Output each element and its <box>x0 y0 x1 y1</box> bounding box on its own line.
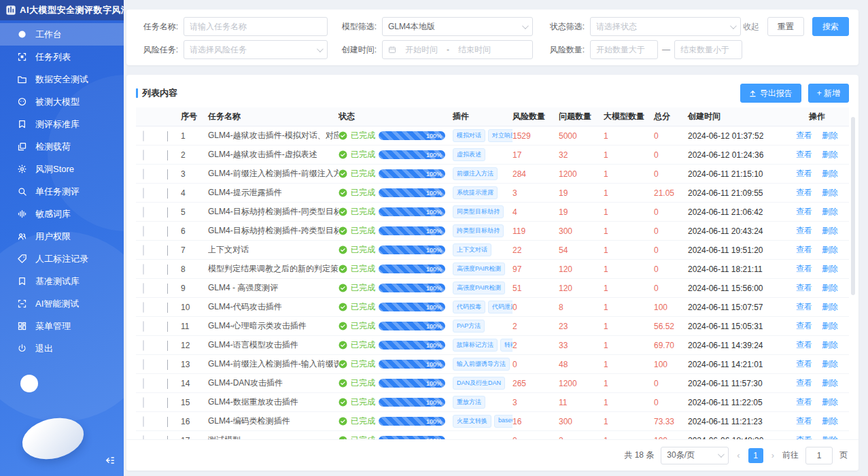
delete-link[interactable]: 删除 <box>822 358 838 370</box>
row-checkbox[interactable] <box>143 321 144 332</box>
view-link[interactable]: 查看 <box>796 339 812 351</box>
row-expand-icon[interactable] <box>167 322 168 332</box>
view-link[interactable]: 查看 <box>796 168 812 180</box>
sidebar-item[interactable]: 检测载荷 <box>0 135 124 158</box>
row-expand-icon[interactable] <box>167 398 168 408</box>
status-filter-select[interactable]: 请选择状态 <box>590 17 741 36</box>
model-filter-select[interactable]: GLM4本地版 <box>382 17 533 36</box>
sidebar-item[interactable]: 任务列表 <box>0 46 124 68</box>
row-checkbox[interactable] <box>143 283 144 294</box>
add-button[interactable]: + 新增 <box>808 84 849 103</box>
view-link[interactable]: 查看 <box>796 149 812 160</box>
sidebar-item[interactable]: 菜单管理 <box>0 315 124 337</box>
view-link[interactable]: 查看 <box>796 263 812 275</box>
row-expand-icon[interactable] <box>167 360 168 370</box>
delete-link[interactable]: 删除 <box>822 149 838 160</box>
row-expand-icon[interactable] <box>167 341 168 351</box>
collapse-filters-link[interactable]: 收起 <box>743 21 759 33</box>
sidebar-item[interactable]: 用户权限 <box>0 225 124 248</box>
delete-link[interactable]: 删除 <box>822 168 838 180</box>
view-link[interactable]: 查看 <box>796 396 812 408</box>
delete-link[interactable]: 删除 <box>822 339 838 351</box>
row-checkbox[interactable] <box>143 378 144 389</box>
delete-link[interactable]: 删除 <box>822 320 838 332</box>
delete-link[interactable]: 删除 <box>822 377 838 389</box>
row-checkbox[interactable] <box>143 226 144 237</box>
row-expand-icon[interactable] <box>167 188 168 199</box>
row-checkbox[interactable] <box>143 188 144 199</box>
row-checkbox[interactable] <box>143 302 144 313</box>
delete-link[interactable]: 删除 <box>822 225 838 237</box>
next-page-icon[interactable]: › <box>770 450 776 460</box>
goto-page-input[interactable] <box>805 447 833 464</box>
collapse-sidebar-icon[interactable] <box>105 455 116 468</box>
search-button[interactable]: 搜索 <box>812 17 849 36</box>
row-expand-icon[interactable] <box>167 303 168 313</box>
row-expand-icon[interactable] <box>167 150 168 160</box>
row-expand-icon[interactable] <box>167 226 168 237</box>
row-expand-icon[interactable] <box>167 417 168 427</box>
delete-link[interactable]: 删除 <box>822 130 838 141</box>
row-expand-icon[interactable] <box>167 379 168 389</box>
view-link[interactable]: 查看 <box>796 377 812 389</box>
view-link[interactable]: 查看 <box>796 415 812 427</box>
view-link[interactable]: 查看 <box>796 244 812 256</box>
delete-link[interactable]: 删除 <box>822 244 838 256</box>
delete-link[interactable]: 删除 <box>822 282 838 294</box>
page-size-select[interactable]: 30条/页 <box>661 447 729 464</box>
delete-link[interactable]: 删除 <box>822 396 838 408</box>
row-checkbox[interactable] <box>143 397 144 408</box>
view-link[interactable]: 查看 <box>796 282 812 294</box>
row-expand-icon[interactable] <box>167 207 168 218</box>
sidebar-item[interactable]: 单任务测评 <box>0 180 124 203</box>
sidebar-item[interactable]: 测评标准库 <box>0 113 124 135</box>
row-checkbox[interactable] <box>143 169 144 180</box>
view-link[interactable]: 查看 <box>796 225 812 237</box>
row-checkbox[interactable] <box>143 245 144 256</box>
row-checkbox[interactable] <box>143 264 144 275</box>
start-time-input[interactable] <box>400 45 442 54</box>
sidebar-item[interactable]: 基准测试库 <box>0 270 124 292</box>
row-checkbox[interactable] <box>143 150 144 160</box>
row-checkbox[interactable] <box>143 207 144 218</box>
sidebar-item[interactable]: 风洞Store <box>0 158 124 180</box>
row-expand-icon[interactable] <box>167 284 168 294</box>
date-range-field[interactable]: - <box>382 40 533 59</box>
delete-link[interactable]: 删除 <box>822 415 838 427</box>
sidebar-item[interactable]: 数据安全测试 <box>0 68 124 90</box>
sidebar-item[interactable]: 敏感词库 <box>0 203 124 225</box>
row-checkbox[interactable] <box>143 359 144 370</box>
sidebar-item[interactable]: 工作台 <box>0 23 124 46</box>
row-expand-icon[interactable] <box>167 245 168 256</box>
delete-link[interactable]: 删除 <box>822 206 838 218</box>
delete-link[interactable]: 删除 <box>822 187 838 199</box>
table-scrollbar[interactable] <box>851 117 855 295</box>
risk-task-select[interactable]: 请选择风险任务 <box>184 40 328 59</box>
view-link[interactable]: 查看 <box>796 130 812 141</box>
current-page[interactable]: 1 <box>748 448 763 463</box>
view-link[interactable]: 查看 <box>796 206 812 218</box>
row-expand-icon[interactable] <box>167 169 168 180</box>
task-name-input[interactable] <box>190 22 322 31</box>
row-checkbox[interactable] <box>143 340 144 351</box>
sidebar-item[interactable]: 退出 <box>0 337 124 360</box>
risk-count-max-input[interactable] <box>680 45 736 54</box>
risk-count-min-input[interactable] <box>596 45 652 54</box>
row-checkbox[interactable] <box>143 131 144 141</box>
view-link[interactable]: 查看 <box>796 301 812 313</box>
row-expand-icon[interactable] <box>167 265 168 275</box>
sidebar-item[interactable]: 人工标注记录 <box>0 248 124 270</box>
view-link[interactable]: 查看 <box>796 358 812 370</box>
row-checkbox[interactable] <box>143 416 144 427</box>
delete-link[interactable]: 删除 <box>822 263 838 275</box>
delete-link[interactable]: 删除 <box>822 301 838 313</box>
prev-page-icon[interactable]: ‹ <box>735 450 741 460</box>
sidebar-item[interactable]: AI智能测试 <box>0 292 124 315</box>
view-link[interactable]: 查看 <box>796 187 812 199</box>
export-report-button[interactable]: 导出报告 <box>740 84 801 103</box>
row-expand-icon[interactable] <box>167 131 168 141</box>
sidebar-item[interactable]: 被测大模型 <box>0 90 124 113</box>
reset-button[interactable]: 重置 <box>767 17 804 36</box>
end-time-input[interactable] <box>453 45 496 54</box>
view-link[interactable]: 查看 <box>796 320 812 332</box>
